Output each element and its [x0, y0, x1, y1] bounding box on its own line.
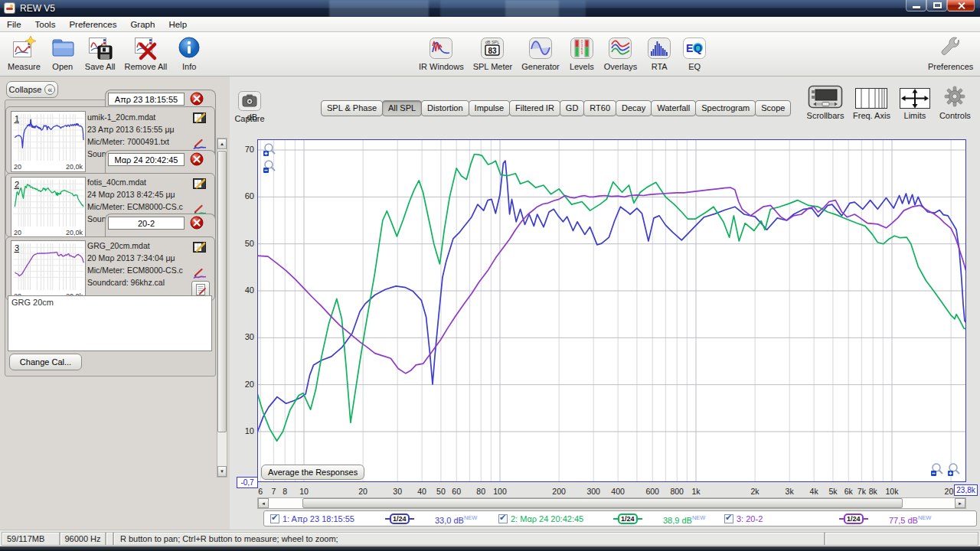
menu-help[interactable]: Help [162, 18, 194, 31]
menu-graph[interactable]: Graph [123, 18, 162, 31]
save-all-button[interactable]: Save All [85, 35, 116, 71]
measurement-thumbnail[interactable]: 22020,0k [11, 177, 86, 238]
measurement-file: fotis_40cm.mdat [87, 177, 187, 189]
graph-scrollbar-thumb[interactable] [302, 498, 903, 508]
collapse-sidebar-button[interactable]: Collapse « [6, 81, 58, 98]
x-tick-label: 50 [436, 487, 446, 496]
measurement-name-input[interactable] [108, 93, 185, 106]
tab-scope[interactable]: Scope [755, 100, 791, 116]
spl-meter-button[interactable]: dB SPL 83 SPL Meter [473, 35, 513, 71]
limits-icon [898, 86, 932, 110]
scrollbars-button[interactable]: Scrollbars [805, 83, 845, 120]
tab-rt60[interactable]: RT60 [583, 100, 616, 116]
eq-button[interactable]: EQ EQ [681, 35, 707, 71]
x-tick-label: 30 [393, 487, 402, 496]
tab-waterfall[interactable]: Waterfall [651, 100, 696, 116]
tab-all-spl[interactable]: All SPL [382, 100, 422, 116]
legend-trace-label[interactable]: 1: Απρ 23 18:15:55 [283, 514, 354, 523]
legend-trace-label[interactable]: 2: Μαρ 24 20:42:45 [511, 514, 583, 523]
y-tick-label: 20 [236, 380, 254, 389]
x-tick-label: 600 [645, 487, 659, 496]
controls-button[interactable]: Controls [939, 83, 971, 120]
smoothing-indicator[interactable]: 1/24 [839, 514, 868, 524]
menu-file[interactable]: File [0, 18, 28, 31]
y-tick-label: 70 [236, 145, 254, 154]
measurement-card-header [105, 214, 216, 238]
maximize-button[interactable] [926, 0, 947, 11]
trace-visible-checkbox[interactable]: ✔ [270, 514, 279, 523]
zoom-out-y-icon[interactable] [262, 159, 277, 174]
preferences-button[interactable]: Preferences [928, 35, 973, 71]
measurement-card-header [105, 90, 216, 108]
scroll-left-icon[interactable]: ◄ [258, 498, 269, 508]
minimize-button[interactable] [906, 0, 926, 11]
x-tick-label: 6 [258, 487, 263, 496]
measure-button[interactable]: Measure [8, 35, 41, 71]
measurement-date: 24 Μαρ 2013 8:42:45 μμ [87, 189, 187, 201]
remove-all-icon [132, 35, 159, 61]
tab-gd[interactable]: GD [560, 100, 585, 116]
measurement-card[interactable]: 32020,0k GRG_20cm.mdat 20 Μαρ 2013 7:34:… [5, 236, 215, 301]
measurement-name-input[interactable] [108, 153, 185, 166]
info-button[interactable]: Info [176, 35, 202, 71]
status-empty-cell [825, 532, 978, 546]
x-tick-label: 80 [476, 487, 485, 496]
x-tick-label: 20 [358, 487, 368, 496]
overlays-button[interactable]: Overlays [604, 35, 637, 71]
limits-button[interactable]: Limits [898, 83, 932, 120]
scroll-up-icon[interactable]: ▲ [217, 139, 227, 149]
ir-windows-button[interactable]: IR Windows [419, 35, 464, 71]
delete-measurement-button[interactable] [190, 216, 204, 230]
average-responses-button[interactable]: Average the Responses [261, 465, 364, 480]
tab-spl-phase[interactable]: SPL & Phase [321, 100, 383, 116]
measurement-thumbnail[interactable]: 32020,0k [11, 240, 86, 302]
tab-spectrogram[interactable]: Spectrogram [695, 100, 756, 116]
taskbar-edge [0, 546, 980, 551]
measurement-thumbnail[interactable]: 12020,0k [11, 111, 86, 172]
y-tick-label: 10 [236, 426, 254, 435]
close-button[interactable] [947, 0, 975, 11]
legend-trace-label[interactable]: 3: 20-2 [737, 514, 763, 523]
axis-upper-limit-box[interactable]: 23,8k [954, 484, 978, 496]
delete-icon [190, 216, 204, 230]
remove-all-button[interactable]: Remove All [125, 35, 168, 71]
open-button[interactable]: Open [50, 35, 76, 71]
smoothing-indicator[interactable]: 1/24 [385, 514, 414, 524]
measurement-name-input[interactable] [108, 217, 185, 230]
edit-chart-icon[interactable] [193, 177, 207, 190]
zoom-in-y-icon[interactable] [262, 142, 277, 158]
tab-impulse[interactable]: Impulse [469, 100, 511, 116]
edit-chart-icon[interactable] [193, 240, 207, 253]
zoom-in-x-icon[interactable] [946, 462, 962, 478]
change-cal-button[interactable]: Change Cal... [9, 354, 82, 370]
levels-button[interactable]: 0 3 6 9 Levels [569, 35, 595, 71]
tab-distortion[interactable]: Distortion [421, 100, 469, 116]
rta-icon [646, 35, 672, 61]
smoothing-indicator[interactable]: 1/24 [613, 514, 642, 524]
tab-decay[interactable]: Decay [616, 100, 652, 116]
menu-preferences[interactable]: Preferences [62, 18, 123, 31]
trace-style-icon[interactable] [193, 268, 207, 279]
tab-filtered-ir[interactable]: Filtered IR [509, 100, 560, 116]
open-folder-icon [50, 35, 76, 61]
rta-button[interactable]: RTA [646, 35, 672, 71]
spl-chart[interactable] [257, 139, 966, 482]
notes-textarea[interactable]: GRG 20cm [8, 295, 212, 351]
sidebar-scrollbar-thumb[interactable] [217, 151, 227, 432]
generator-button[interactable]: Generator [521, 35, 560, 71]
trace-visible-checkbox[interactable]: ✔ [498, 514, 508, 523]
sidebar-scrollbar[interactable]: ▲ ▼ [217, 138, 227, 478]
axis-lower-limit-box[interactable]: -0,7 [237, 477, 258, 488]
scroll-right-icon[interactable]: ► [955, 498, 965, 508]
ir-windows-icon [428, 35, 454, 61]
trace-style-icon[interactable] [193, 139, 207, 150]
scroll-down-icon[interactable]: ▼ [217, 466, 227, 477]
delete-measurement-button[interactable] [190, 92, 204, 106]
edit-chart-icon[interactable] [193, 111, 207, 124]
freq-axis-button[interactable]: Freq. Axis [853, 83, 890, 120]
zoom-out-x-icon[interactable] [929, 462, 945, 478]
menu-tools[interactable]: Tools [28, 18, 63, 31]
trace-visible-checkbox[interactable]: ✔ [724, 514, 733, 523]
delete-measurement-button[interactable] [190, 152, 204, 166]
graph-horizontal-scrollbar[interactable]: ◄ ► [257, 497, 966, 509]
